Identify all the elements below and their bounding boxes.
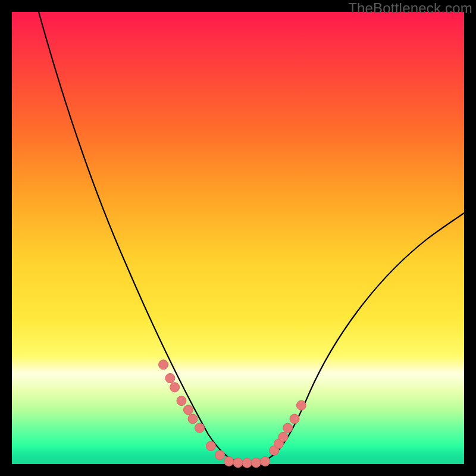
marker-point — [170, 383, 180, 392]
marker-point — [224, 456, 234, 466]
chart-frame: TheBottleneck.com — [0, 0, 476, 476]
marker-group — [159, 360, 306, 468]
marker-point — [283, 423, 293, 433]
marker-point — [206, 441, 215, 451]
chart-svg — [12, 12, 464, 464]
marker-point — [215, 450, 225, 460]
marker-point — [183, 405, 193, 415]
chart-plot-area — [12, 12, 464, 464]
marker-point — [188, 414, 198, 424]
marker-point — [290, 414, 299, 424]
marker-point — [177, 396, 186, 406]
bottleneck-curve — [39, 12, 464, 462]
marker-point — [195, 423, 204, 433]
marker-point — [159, 360, 168, 369]
marker-point — [261, 456, 270, 466]
marker-point — [296, 400, 306, 410]
watermark-text: TheBottleneck.com — [348, 0, 472, 17]
marker-point — [278, 432, 288, 441]
marker-point — [251, 458, 261, 468]
marker-point — [165, 374, 175, 383]
marker-point — [242, 458, 252, 468]
marker-point — [233, 458, 243, 468]
